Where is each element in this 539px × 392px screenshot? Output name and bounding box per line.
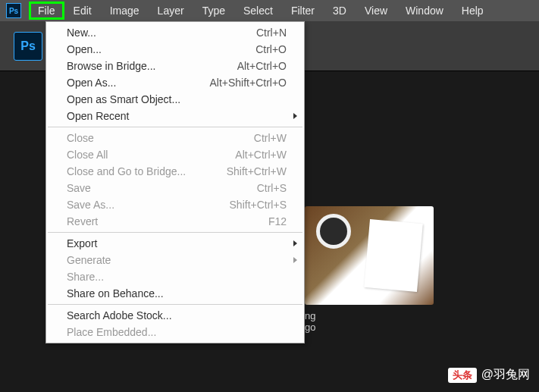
submenu-arrow-icon [293,113,297,119]
menu-edit[interactable]: Edit [64,2,101,20]
menu-file[interactable]: File [29,2,64,20]
menu-item-place-embedded: Place Embedded... [47,324,303,340]
menu-item-close: CloseCtrl+W [47,130,303,146]
menu-item-label: New... [67,27,96,39]
menu-item-close-all: Close AllAlt+Ctrl+W [47,146,303,163]
menu-item-label: Search Adobe Stock... [67,309,172,321]
menu-view[interactable]: View [356,2,396,20]
menu-separator [48,304,302,305]
menu-window[interactable]: Window [396,2,453,20]
menu-item-label: Export [67,237,97,249]
ps-home-icon[interactable]: Ps [14,32,42,61]
menu-item-label: Browse in Bridge... [67,60,156,72]
menu-separator [48,127,302,127]
menu-item-shortcut: Ctrl+N [256,27,287,39]
menu-type[interactable]: Type [193,2,234,20]
menu-item-shortcut: Alt+Shift+Ctrl+O [209,77,287,89]
menu-item-export[interactable]: Export [47,235,303,252]
menu-item-shortcut: Alt+Ctrl+O [237,60,287,72]
menu-bar: Ps FileEditImageLayerTypeSelectFilter3DV… [0,0,539,21]
menu-3d[interactable]: 3D [324,2,356,20]
menu-item-label: Save As... [67,199,114,211]
menu-item-label: Share... [67,271,104,283]
menu-item-search-adobe-stock[interactable]: Search Adobe Stock... [47,307,303,324]
menu-item-shortcut: Alt+Ctrl+W [235,149,287,161]
watermark: 头条 @羽兔网 [448,367,530,383]
menu-item-label: Close and Go to Bridge... [67,165,186,177]
menu-item-browse-in-bridge[interactable]: Browse in Bridge...Alt+Ctrl+O [47,58,303,74]
menu-item-label: Close [67,132,94,144]
menu-item-label: Open as Smart Object... [67,93,180,105]
menu-item-revert: RevertF12 [47,213,303,230]
menu-item-label: Open... [67,43,102,55]
menu-help[interactable]: Help [453,2,493,20]
menu-item-label: Save [67,182,91,194]
menu-item-shortcut: Shift+Ctrl+S [230,199,287,211]
recent-file-thumbnail[interactable] [305,206,434,305]
menu-item-save-as: Save As...Shift+Ctrl+S [47,196,303,213]
menu-item-share: Share... [47,268,303,285]
menu-item-label: Share on Behance... [67,287,164,299]
menu-item-open-as-smart-object[interactable]: Open as Smart Object... [47,91,303,108]
menu-layer[interactable]: Layer [149,2,193,20]
menu-item-new[interactable]: New...Ctrl+N [47,24,303,41]
ps-app-icon: Ps [6,3,21,18]
watermark-text: @羽兔网 [481,367,530,383]
submenu-arrow-icon [293,257,297,263]
menu-item-label: Revert [67,215,98,227]
menu-item-open[interactable]: Open...Ctrl+O [47,41,303,58]
menu-item-label: Open Recent [67,110,130,122]
menu-item-share-on-behance[interactable]: Share on Behance... [47,285,303,302]
menu-filter[interactable]: Filter [282,2,324,20]
menu-item-shortcut: Ctrl+S [257,182,287,194]
menu-item-shortcut: Shift+Ctrl+W [227,165,287,177]
menu-image[interactable]: Image [101,2,149,20]
watermark-badge: 头条 [448,368,477,383]
file-menu-dropdown: New...Ctrl+NOpen...Ctrl+OBrowse in Bridg… [45,21,305,343]
thumbnail-label: ng go [305,310,315,333]
menu-item-shortcut: Ctrl+O [255,43,287,55]
menu-item-label: Place Embedded... [67,326,156,338]
menu-item-save: SaveCtrl+S [47,180,303,196]
menu-item-shortcut: Ctrl+W [254,132,287,144]
menu-item-label: Close All [67,149,108,161]
menu-separator [48,232,302,233]
menu-item-open-recent[interactable]: Open Recent [47,108,303,124]
menu-item-open-as[interactable]: Open As...Alt+Shift+Ctrl+O [47,74,303,91]
menu-item-label: Open As... [67,77,116,89]
menu-item-label: Generate [67,254,111,266]
menu-item-generate: Generate [47,252,303,268]
menu-item-shortcut: F12 [268,215,287,227]
menu-select[interactable]: Select [234,2,282,20]
menu-item-close-and-go-to-bridge: Close and Go to Bridge...Shift+Ctrl+W [47,163,303,180]
submenu-arrow-icon [293,240,297,246]
